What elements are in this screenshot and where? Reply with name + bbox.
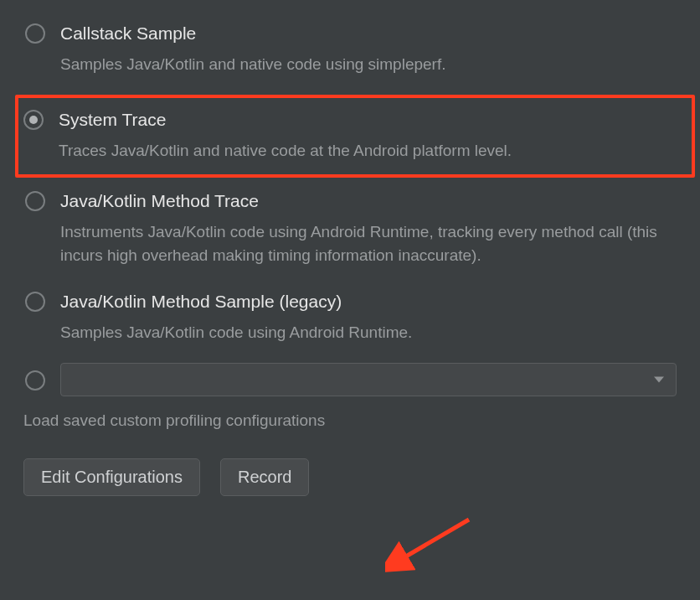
option-text: Java/Kotlin Method Sample (legacy) Sampl… — [60, 290, 677, 344]
radio-wrap — [23, 290, 60, 312]
svg-line-1 — [400, 520, 469, 560]
record-button[interactable]: Record — [220, 458, 309, 496]
option-desc: Instruments Java/Kotlin code using Andro… — [60, 220, 677, 266]
option-desc: Samples Java/Kotlin and native code usin… — [60, 53, 677, 76]
radio-wrap — [23, 22, 60, 44]
radio-custom-config[interactable] — [25, 370, 45, 391]
button-row: Edit Configurations Record — [23, 458, 677, 496]
chevron-down-icon — [654, 376, 664, 382]
option-title: Callstack Sample — [60, 22, 677, 44]
custom-config-row — [23, 363, 677, 396]
option-text: Callstack Sample Samples Java/Kotlin and… — [60, 22, 677, 76]
option-title: System Trace — [59, 108, 687, 131]
info-text: Load saved custom profiling configuratio… — [23, 411, 677, 430]
radio-wrap — [22, 108, 59, 130]
radio-system-trace[interactable] — [23, 110, 44, 130]
option-desc: Samples Java/Kotlin code using Android R… — [60, 321, 677, 344]
option-title: Java/Kotlin Method Sample (legacy) — [60, 290, 677, 313]
radio-java-kotlin-method-sample-legacy[interactable] — [25, 292, 45, 312]
option-callstack-sample[interactable]: Callstack Sample Samples Java/Kotlin and… — [23, 17, 677, 88]
option-text: Java/Kotlin Method Trace Instruments Jav… — [60, 189, 677, 266]
option-title: Java/Kotlin Method Trace — [60, 189, 677, 212]
radio-wrap — [23, 189, 60, 211]
edit-configurations-button[interactable]: Edit Configurations — [23, 458, 200, 496]
annotation-arrow-icon — [385, 511, 486, 578]
option-java-kotlin-method-trace[interactable]: Java/Kotlin Method Trace Instruments Jav… — [23, 184, 677, 278]
option-desc: Traces Java/Kotlin and native code at th… — [59, 139, 687, 163]
option-system-trace[interactable]: System Trace Traces Java/Kotlin and nati… — [15, 95, 695, 178]
radio-java-kotlin-method-trace[interactable] — [25, 191, 45, 211]
custom-config-dropdown[interactable] — [60, 363, 677, 396]
radio-callstack-sample[interactable] — [25, 23, 45, 44]
option-java-kotlin-method-sample-legacy[interactable]: Java/Kotlin Method Sample (legacy) Sampl… — [23, 285, 677, 356]
radio-wrap — [23, 369, 60, 391]
option-text: System Trace Traces Java/Kotlin and nati… — [59, 108, 687, 163]
